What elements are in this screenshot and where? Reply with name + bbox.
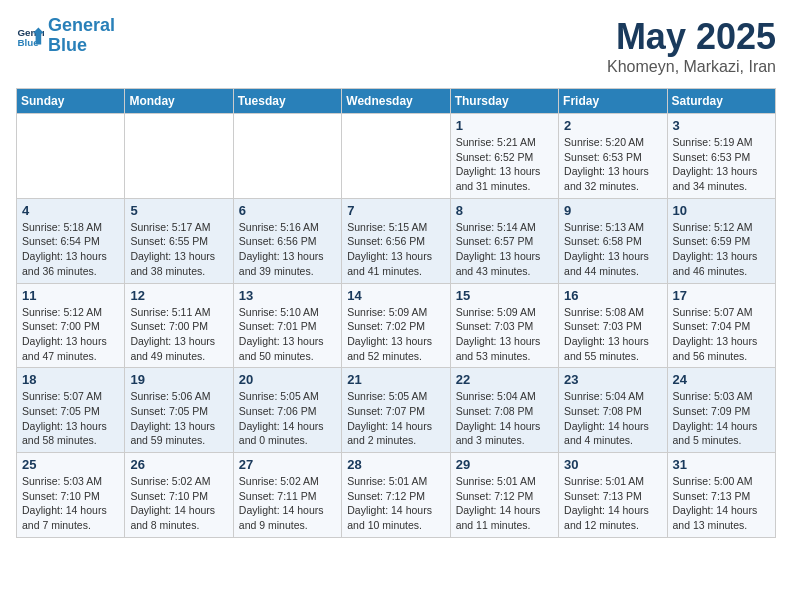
day-info: Sunrise: 5:09 AMSunset: 7:02 PMDaylight:… <box>347 305 444 364</box>
calendar-cell: 23Sunrise: 5:04 AMSunset: 7:08 PMDayligh… <box>559 368 667 453</box>
calendar-cell: 19Sunrise: 5:06 AMSunset: 7:05 PMDayligh… <box>125 368 233 453</box>
day-info: Sunrise: 5:08 AMSunset: 7:03 PMDaylight:… <box>564 305 661 364</box>
day-info: Sunrise: 5:06 AMSunset: 7:05 PMDaylight:… <box>130 389 227 448</box>
calendar-cell: 8Sunrise: 5:14 AMSunset: 6:57 PMDaylight… <box>450 198 558 283</box>
day-number: 7 <box>347 203 444 218</box>
weekday-header-wednesday: Wednesday <box>342 89 450 114</box>
day-info: Sunrise: 5:19 AMSunset: 6:53 PMDaylight:… <box>673 135 770 194</box>
week-row-1: 1Sunrise: 5:21 AMSunset: 6:52 PMDaylight… <box>17 114 776 199</box>
calendar-cell: 9Sunrise: 5:13 AMSunset: 6:58 PMDaylight… <box>559 198 667 283</box>
day-info: Sunrise: 5:15 AMSunset: 6:56 PMDaylight:… <box>347 220 444 279</box>
week-row-2: 4Sunrise: 5:18 AMSunset: 6:54 PMDaylight… <box>17 198 776 283</box>
calendar-cell <box>17 114 125 199</box>
day-number: 3 <box>673 118 770 133</box>
day-number: 4 <box>22 203 119 218</box>
day-number: 9 <box>564 203 661 218</box>
day-number: 19 <box>130 372 227 387</box>
day-number: 14 <box>347 288 444 303</box>
calendar-cell: 14Sunrise: 5:09 AMSunset: 7:02 PMDayligh… <box>342 283 450 368</box>
day-info: Sunrise: 5:20 AMSunset: 6:53 PMDaylight:… <box>564 135 661 194</box>
calendar-cell: 4Sunrise: 5:18 AMSunset: 6:54 PMDaylight… <box>17 198 125 283</box>
calendar-cell: 10Sunrise: 5:12 AMSunset: 6:59 PMDayligh… <box>667 198 775 283</box>
day-number: 1 <box>456 118 553 133</box>
calendar-cell: 7Sunrise: 5:15 AMSunset: 6:56 PMDaylight… <box>342 198 450 283</box>
day-info: Sunrise: 5:17 AMSunset: 6:55 PMDaylight:… <box>130 220 227 279</box>
calendar-cell: 27Sunrise: 5:02 AMSunset: 7:11 PMDayligh… <box>233 453 341 538</box>
calendar-cell: 29Sunrise: 5:01 AMSunset: 7:12 PMDayligh… <box>450 453 558 538</box>
calendar-cell: 12Sunrise: 5:11 AMSunset: 7:00 PMDayligh… <box>125 283 233 368</box>
day-info: Sunrise: 5:03 AMSunset: 7:09 PMDaylight:… <box>673 389 770 448</box>
day-info: Sunrise: 5:01 AMSunset: 7:13 PMDaylight:… <box>564 474 661 533</box>
day-number: 16 <box>564 288 661 303</box>
calendar-cell <box>342 114 450 199</box>
calendar-cell: 11Sunrise: 5:12 AMSunset: 7:00 PMDayligh… <box>17 283 125 368</box>
day-number: 31 <box>673 457 770 472</box>
day-number: 15 <box>456 288 553 303</box>
day-info: Sunrise: 5:05 AMSunset: 7:06 PMDaylight:… <box>239 389 336 448</box>
day-number: 2 <box>564 118 661 133</box>
day-info: Sunrise: 5:07 AMSunset: 7:05 PMDaylight:… <box>22 389 119 448</box>
weekday-header-monday: Monday <box>125 89 233 114</box>
weekday-header-thursday: Thursday <box>450 89 558 114</box>
day-number: 30 <box>564 457 661 472</box>
day-info: Sunrise: 5:05 AMSunset: 7:07 PMDaylight:… <box>347 389 444 448</box>
day-number: 21 <box>347 372 444 387</box>
calendar-cell: 25Sunrise: 5:03 AMSunset: 7:10 PMDayligh… <box>17 453 125 538</box>
day-info: Sunrise: 5:03 AMSunset: 7:10 PMDaylight:… <box>22 474 119 533</box>
logo-text: General Blue <box>48 16 115 56</box>
calendar-cell: 30Sunrise: 5:01 AMSunset: 7:13 PMDayligh… <box>559 453 667 538</box>
day-number: 8 <box>456 203 553 218</box>
calendar-cell: 18Sunrise: 5:07 AMSunset: 7:05 PMDayligh… <box>17 368 125 453</box>
calendar-cell <box>233 114 341 199</box>
day-number: 25 <box>22 457 119 472</box>
day-info: Sunrise: 5:04 AMSunset: 7:08 PMDaylight:… <box>456 389 553 448</box>
calendar-cell: 22Sunrise: 5:04 AMSunset: 7:08 PMDayligh… <box>450 368 558 453</box>
day-number: 28 <box>347 457 444 472</box>
day-info: Sunrise: 5:16 AMSunset: 6:56 PMDaylight:… <box>239 220 336 279</box>
calendar-cell <box>125 114 233 199</box>
calendar-cell: 1Sunrise: 5:21 AMSunset: 6:52 PMDaylight… <box>450 114 558 199</box>
day-info: Sunrise: 5:02 AMSunset: 7:10 PMDaylight:… <box>130 474 227 533</box>
weekday-header-friday: Friday <box>559 89 667 114</box>
calendar-cell: 21Sunrise: 5:05 AMSunset: 7:07 PMDayligh… <box>342 368 450 453</box>
day-info: Sunrise: 5:12 AMSunset: 7:00 PMDaylight:… <box>22 305 119 364</box>
day-number: 17 <box>673 288 770 303</box>
calendar-cell: 20Sunrise: 5:05 AMSunset: 7:06 PMDayligh… <box>233 368 341 453</box>
day-info: Sunrise: 5:13 AMSunset: 6:58 PMDaylight:… <box>564 220 661 279</box>
day-number: 26 <box>130 457 227 472</box>
day-number: 22 <box>456 372 553 387</box>
day-info: Sunrise: 5:12 AMSunset: 6:59 PMDaylight:… <box>673 220 770 279</box>
day-number: 10 <box>673 203 770 218</box>
weekday-header-saturday: Saturday <box>667 89 775 114</box>
calendar-cell: 15Sunrise: 5:09 AMSunset: 7:03 PMDayligh… <box>450 283 558 368</box>
calendar-cell: 16Sunrise: 5:08 AMSunset: 7:03 PMDayligh… <box>559 283 667 368</box>
day-info: Sunrise: 5:02 AMSunset: 7:11 PMDaylight:… <box>239 474 336 533</box>
day-info: Sunrise: 5:10 AMSunset: 7:01 PMDaylight:… <box>239 305 336 364</box>
calendar-cell: 13Sunrise: 5:10 AMSunset: 7:01 PMDayligh… <box>233 283 341 368</box>
calendar-cell: 6Sunrise: 5:16 AMSunset: 6:56 PMDaylight… <box>233 198 341 283</box>
day-number: 24 <box>673 372 770 387</box>
day-number: 27 <box>239 457 336 472</box>
day-number: 23 <box>564 372 661 387</box>
calendar-cell: 24Sunrise: 5:03 AMSunset: 7:09 PMDayligh… <box>667 368 775 453</box>
calendar-cell: 2Sunrise: 5:20 AMSunset: 6:53 PMDaylight… <box>559 114 667 199</box>
calendar-cell: 31Sunrise: 5:00 AMSunset: 7:13 PMDayligh… <box>667 453 775 538</box>
calendar-cell: 5Sunrise: 5:17 AMSunset: 6:55 PMDaylight… <box>125 198 233 283</box>
weekday-header-tuesday: Tuesday <box>233 89 341 114</box>
logo-general: General <box>48 15 115 35</box>
day-info: Sunrise: 5:21 AMSunset: 6:52 PMDaylight:… <box>456 135 553 194</box>
month-title: May 2025 <box>607 16 776 58</box>
day-number: 13 <box>239 288 336 303</box>
day-info: Sunrise: 5:11 AMSunset: 7:00 PMDaylight:… <box>130 305 227 364</box>
day-info: Sunrise: 5:09 AMSunset: 7:03 PMDaylight:… <box>456 305 553 364</box>
weekday-header-row: SundayMondayTuesdayWednesdayThursdayFrid… <box>17 89 776 114</box>
day-number: 20 <box>239 372 336 387</box>
day-info: Sunrise: 5:07 AMSunset: 7:04 PMDaylight:… <box>673 305 770 364</box>
day-number: 18 <box>22 372 119 387</box>
day-number: 6 <box>239 203 336 218</box>
logo: General Blue General Blue <box>16 16 115 56</box>
day-number: 12 <box>130 288 227 303</box>
week-row-5: 25Sunrise: 5:03 AMSunset: 7:10 PMDayligh… <box>17 453 776 538</box>
page-header: General Blue General Blue May 2025 Khome… <box>16 16 776 76</box>
weekday-header-sunday: Sunday <box>17 89 125 114</box>
